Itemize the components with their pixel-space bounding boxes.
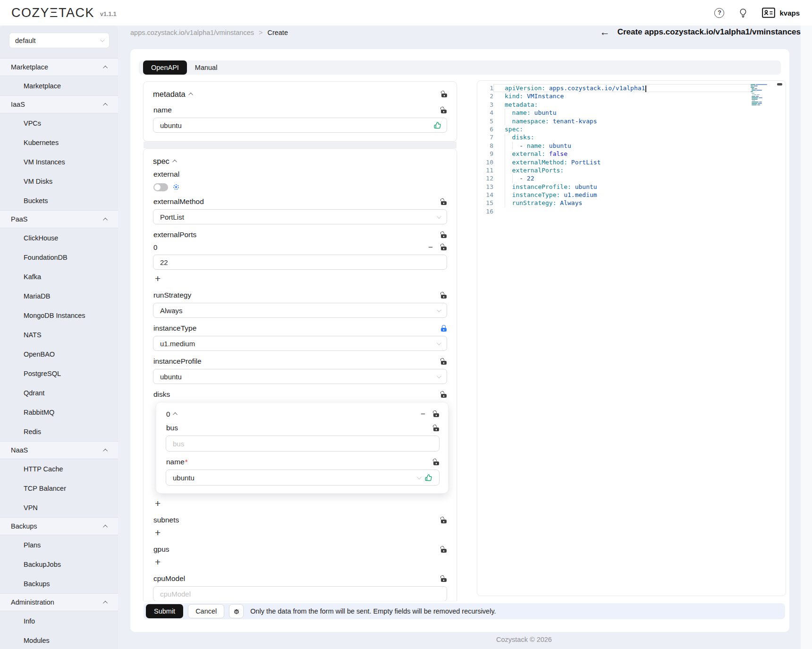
runStrategy-label: runStrategy [153, 291, 191, 299]
name-lock-icon[interactable] [440, 107, 447, 113]
remove-item-icon[interactable]: − [421, 410, 425, 418]
sidebar-item-info[interactable]: Info [0, 611, 118, 631]
sidebar-item-backups[interactable]: Backups [0, 574, 118, 593]
bus-lock-icon[interactable] [433, 425, 439, 431]
cpuModel-input[interactable] [153, 586, 447, 601]
submit-button[interactable]: Submit [146, 604, 183, 618]
sidebar-item-plans[interactable]: Plans [0, 535, 118, 555]
disks-item-lock-icon[interactable] [433, 410, 439, 417]
instanceProfile-lock-icon[interactable] [440, 358, 447, 365]
disk-name-select[interactable]: ubuntu [166, 470, 440, 486]
disks-add-icon[interactable]: + [155, 498, 164, 510]
disks-item-header[interactable]: 0 − [166, 409, 439, 418]
sidebar-section-naas[interactable]: NaaS [0, 441, 118, 459]
disks-item-index: 0 [166, 410, 170, 418]
editor-line[interactable]: 10externalMethod: PortList [477, 158, 786, 166]
sidebar-item-vm-instances[interactable]: VM Instances [0, 152, 118, 171]
sidebar-item-postgresql[interactable]: PostgreSQL [0, 364, 118, 383]
sidebar-item-modules[interactable]: Modules [0, 631, 118, 649]
sidebar-item-vpn[interactable]: VPN [0, 498, 118, 517]
help-icon[interactable]: ? [714, 8, 724, 18]
editor-minimap[interactable] [751, 84, 773, 108]
editor-line[interactable]: 6spec: [477, 125, 786, 133]
sidebar-item-redis[interactable]: Redis [0, 422, 118, 441]
sidebar-item-http-cache[interactable]: HTTP Cache [0, 459, 118, 478]
editor-line[interactable]: 15runStrategy: Always [477, 199, 786, 207]
editor-line[interactable]: 4name: ubuntu [477, 109, 786, 117]
runStrategy-lock-icon[interactable] [440, 292, 447, 299]
remove-item-icon[interactable]: − [428, 243, 433, 251]
sidebar-item-kafka[interactable]: Kafka [0, 267, 118, 286]
sidebar-item-nats[interactable]: NATS [0, 325, 118, 344]
instanceType-locked-icon[interactable] [440, 325, 447, 332]
editor-line[interactable]: 3metadata: [477, 101, 786, 109]
user-menu[interactable]: kvaps [762, 8, 800, 18]
editor-scrollbar-thumb[interactable] [777, 83, 782, 85]
sidebar-section-paas[interactable]: PaaS [0, 210, 118, 228]
editor-line[interactable]: 1apiVersion: apps.cozystack.io/v1alpha1 [477, 84, 786, 92]
disks-lock-icon[interactable] [440, 391, 447, 398]
metadata-name-input[interactable] [153, 118, 447, 133]
reset-default-icon[interactable] [173, 184, 179, 190]
runStrategy-select[interactable]: Always [153, 303, 447, 318]
externalPorts-item-lock-icon[interactable] [440, 244, 447, 250]
sidebar-item-openbao[interactable]: OpenBAO [0, 344, 118, 364]
sidebar-item-tcp-balancer[interactable]: TCP Balancer [0, 478, 118, 498]
sidebar-item-marketplace[interactable]: Marketplace [0, 76, 118, 95]
instanceProfile-select[interactable]: ubuntu [153, 369, 447, 384]
tenant-select[interactable]: default [9, 33, 110, 48]
editor-line[interactable]: 16 [477, 207, 786, 215]
sidebar-item-mongodb-instances[interactable]: MongoDB Instances [0, 306, 118, 325]
tab-manual[interactable]: Manual [195, 64, 218, 71]
sidebar-section-backups[interactable]: Backups [0, 517, 118, 535]
tab-openapi[interactable]: OpenAPI [143, 60, 187, 75]
editor-line[interactable]: 7disks: [477, 133, 786, 141]
gpus-add-icon[interactable]: + [155, 557, 164, 568]
back-arrow-icon[interactable]: ← [600, 27, 610, 37]
sidebar-item-qdrant[interactable]: Qdrant [0, 383, 118, 402]
editor-line[interactable]: 5namespace: tenant-kvaps [477, 117, 786, 125]
subnets-lock-icon[interactable] [440, 517, 447, 523]
disk-name-lock-icon[interactable] [433, 459, 439, 465]
sidebar-item-vpcs[interactable]: VPCs [0, 113, 118, 133]
metadata-lock-icon[interactable] [441, 91, 447, 97]
editor-line[interactable]: 14instanceType: u1.medium [477, 191, 786, 199]
editor-line[interactable]: 9external: false [477, 150, 786, 158]
metadata-header[interactable]: metadata [153, 88, 447, 100]
externalMethod-select[interactable]: PortList [153, 209, 447, 224]
instanceType-select[interactable]: u1.medium [153, 336, 447, 351]
sidebar-item-kubernetes[interactable]: Kubernetes [0, 133, 118, 152]
external-toggle[interactable] [153, 183, 168, 191]
sidebar-item-buckets[interactable]: Buckets [0, 191, 118, 210]
debug-button[interactable] [229, 604, 244, 618]
subnets-add-icon[interactable]: + [155, 528, 164, 539]
sidebar-section-marketplace[interactable]: Marketplace [0, 58, 118, 76]
editor-line[interactable]: 2kind: VMInstance [477, 92, 786, 100]
editor-line[interactable]: 8- name: ubuntu [477, 142, 786, 150]
page-scrollbar-track[interactable] [801, 26, 812, 649]
theme-bulb-icon[interactable] [738, 8, 748, 18]
externalMethod-lock-icon[interactable] [440, 198, 447, 205]
footer-copyright: Cozystack © 2026 [118, 636, 812, 643]
sidebar-item-foundationdb[interactable]: FoundationDB [0, 248, 118, 267]
sidebar-item-vm-disks[interactable]: VM Disks [0, 171, 118, 191]
breadcrumb-resource[interactable]: apps.cozystack.io/v1alpha1/vminstances [130, 29, 254, 36]
sidebar-item-mariadb[interactable]: MariaDB [0, 286, 118, 306]
sidebar-section-administration[interactable]: Administration [0, 593, 118, 611]
cpuModel-lock-icon[interactable] [440, 575, 447, 582]
editor-line[interactable]: 13instanceProfile: ubuntu [477, 183, 786, 191]
gpus-lock-icon[interactable] [440, 546, 447, 553]
sidebar-item-rabbitmq[interactable]: RabbitMQ [0, 402, 118, 422]
sidebar-section-iaas[interactable]: IaaS [0, 95, 118, 113]
bus-input[interactable] [166, 436, 440, 452]
yaml-editor[interactable]: 1apiVersion: apps.cozystack.io/v1alpha12… [477, 80, 786, 596]
externalPorts-lock-icon[interactable] [440, 231, 447, 238]
sidebar-item-backupjobs[interactable]: BackupJobs [0, 555, 118, 574]
editor-line[interactable]: 12- 22 [477, 174, 786, 182]
cancel-button[interactable]: Cancel [188, 604, 224, 618]
editor-line[interactable]: 11externalPorts: [477, 166, 786, 174]
externalPorts-item-input[interactable] [153, 255, 447, 270]
sidebar-item-clickhouse[interactable]: ClickHouse [0, 228, 118, 248]
externalPorts-add-icon[interactable]: + [155, 273, 164, 285]
spec-header[interactable]: spec [153, 155, 447, 167]
